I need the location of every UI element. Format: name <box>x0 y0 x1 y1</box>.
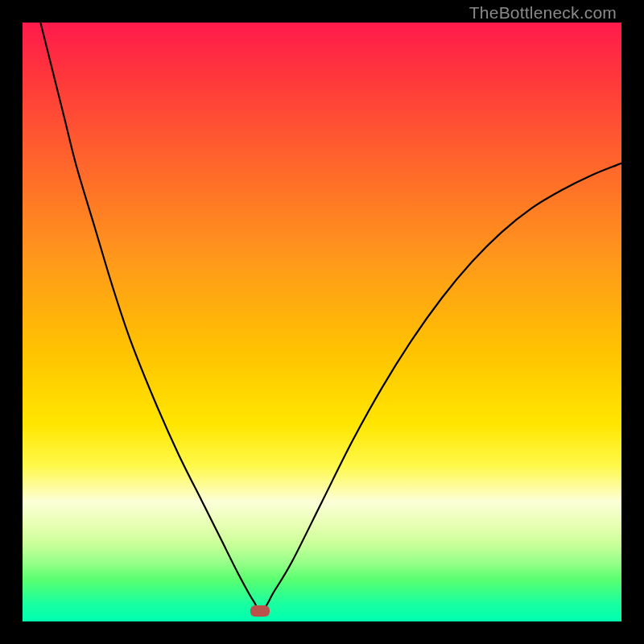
outer-frame: TheBottleneck.com <box>0 0 644 644</box>
bottleneck-curve <box>23 23 621 621</box>
watermark-text: TheBottleneck.com <box>469 3 617 23</box>
optimal-point-marker <box>250 605 270 617</box>
